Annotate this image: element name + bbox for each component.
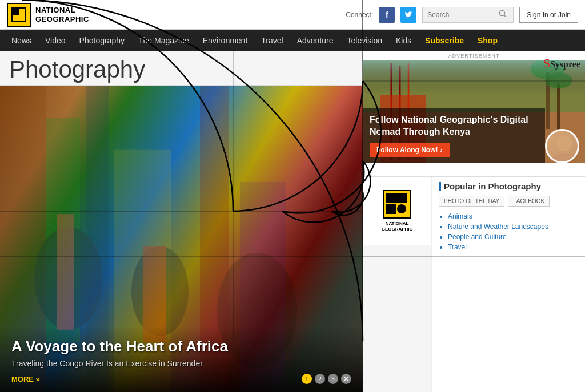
nav-item-television[interactable]: Television: [340, 30, 389, 51]
logo-text: NATIONAL GEOGRAPHIC: [35, 6, 89, 23]
connect-label: Connect:: [346, 11, 373, 19]
ad-image: Follow National Geographic's Digital Nom…: [363, 60, 585, 163]
natgeo-logo-box: [383, 190, 411, 219]
ad-headline: Follow National Geographic's Digital Nom…: [370, 114, 538, 138]
nav-item-travel[interactable]: Travel: [254, 30, 290, 51]
hero-dot-2[interactable]: 2: [315, 374, 325, 384]
logo-area: NATIONAL GEOGRAPHIC: [7, 3, 89, 27]
svg-point-36: [397, 204, 406, 213]
hero-title: A Voyage to the Heart of Africa: [11, 338, 351, 355]
popular-list-item[interactable]: Animals: [448, 212, 578, 220]
ad-cta-button[interactable]: Follow Along Now! ›: [370, 143, 450, 157]
nav-item-magazine[interactable]: The Magazine: [131, 30, 196, 51]
hero-dot-1[interactable]: 1: [302, 374, 312, 384]
ad-person-avatar: [545, 129, 579, 163]
popular-tabs: PHOTO OF THE DAY FACEBOOK: [439, 196, 578, 207]
syspree-logo: SSyspree: [543, 56, 580, 71]
popular-list-item[interactable]: Travel: [448, 243, 578, 251]
svg-rect-32: [386, 193, 396, 203]
popular-title-bar: [439, 182, 441, 191]
facebook-button[interactable]: f: [379, 7, 395, 23]
sign-in-button[interactable]: Sign In or Join: [519, 7, 578, 23]
main-nav: News Video Photography The Magazine Envi…: [0, 30, 585, 51]
twitter-button[interactable]: [400, 7, 416, 23]
svg-rect-2: [12, 8, 19, 15]
svg-point-3: [500, 10, 505, 15]
hero-subtitle: Traveling the Congo River Is an Exercise…: [11, 359, 351, 368]
nav-item-shop[interactable]: Shop: [471, 30, 504, 51]
page-title: Photography: [0, 51, 363, 86]
hero-more-link[interactable]: MORE »: [11, 375, 40, 383]
nav-item-kids[interactable]: Kids: [389, 30, 418, 51]
hero-dot-3[interactable]: 3: [328, 374, 338, 384]
nav-item-video[interactable]: Video: [38, 30, 73, 51]
svg-rect-33: [396, 193, 407, 203]
search-input[interactable]: [427, 11, 496, 19]
nav-item-subscribe[interactable]: Subscribe: [418, 30, 471, 51]
logo-box: [7, 3, 31, 27]
syspree-s: S: [543, 56, 550, 70]
nav-item-adventure[interactable]: Adventure: [290, 30, 340, 51]
ad-text-overlay: Follow National Geographic's Digital Nom…: [363, 108, 545, 163]
natgeo-small-logo: NATIONAL GEOGRAPHIC: [363, 177, 431, 245]
svg-line-4: [504, 15, 507, 17]
natgeo-small-text: NATIONAL GEOGRAPHIC: [382, 221, 413, 233]
main-content: Photography A Voyage to the Heart of Afr…: [0, 51, 585, 392]
bottom-right: NATIONAL GEOGRAPHIC Popular in Photograp…: [363, 177, 585, 392]
nav-item-environment[interactable]: Environment: [196, 30, 255, 51]
header-right: Connect: f Sign In or Join: [346, 7, 578, 23]
hero-pagination: 1 2 3: [302, 374, 351, 384]
search-box: [422, 7, 514, 23]
svg-point-30: [556, 135, 572, 151]
nav-item-photography[interactable]: Photography: [73, 30, 131, 51]
popular-list-item[interactable]: Nature and Weather Landscapes: [448, 223, 578, 231]
popular-title: Popular in Photography: [439, 181, 578, 191]
popular-list: Animals Nature and Weather Landscapes Pe…: [439, 212, 578, 251]
svg-rect-14: [57, 214, 74, 330]
hero-dot-4[interactable]: [341, 374, 351, 384]
popular-section: Popular in Photography PHOTO OF THE DAY …: [431, 177, 585, 392]
hero-image: A Voyage to the Heart of Africa Travelin…: [0, 86, 363, 392]
popular-tab-photo[interactable]: PHOTO OF THE DAY: [439, 196, 504, 207]
header: NATIONAL GEOGRAPHIC Connect: f Sign In o…: [0, 0, 585, 30]
popular-tab-facebook[interactable]: FACEBOOK: [508, 196, 550, 207]
nav-item-news[interactable]: News: [5, 30, 38, 51]
left-column: Photography A Voyage to the Heart of Afr…: [0, 51, 363, 392]
search-icon: [499, 10, 507, 20]
popular-list-item[interactable]: People and Culture: [448, 233, 578, 241]
right-column: SSyspree ADVERTISEMENT: [363, 51, 585, 392]
svg-rect-34: [386, 204, 396, 214]
